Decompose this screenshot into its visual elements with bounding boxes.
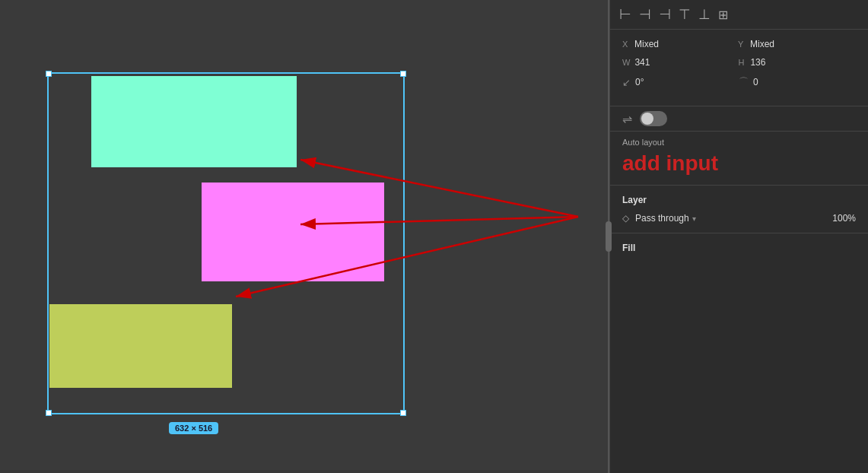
align-center-h-icon[interactable]: ⊣	[639, 6, 651, 23]
angle-radius-row: ↙ 0° ⌒ 0	[622, 75, 856, 89]
toggle-switch[interactable]	[640, 111, 667, 126]
rect-yellow[interactable]	[49, 304, 232, 388]
x-label: X	[622, 40, 630, 49]
panel-divider	[608, 0, 609, 473]
w-field: W 341	[622, 57, 680, 68]
handle-bl[interactable]	[46, 410, 52, 416]
radius-value: 0	[753, 77, 799, 87]
wh-row: W 341 H 136	[622, 57, 856, 68]
y-value: Mixed	[750, 39, 796, 49]
align-center-v-icon[interactable]: ⊥	[698, 6, 711, 23]
h-field: H 136	[738, 57, 796, 68]
blend-mode-selector[interactable]: Pass through ▾	[635, 213, 826, 224]
w-value: 341	[634, 57, 680, 68]
fill-title: Fill	[622, 243, 856, 253]
y-label: Y	[738, 40, 746, 49]
layer-section: Layer ◇ Pass through ▾ 100%	[610, 186, 868, 233]
blend-mode-label: Pass through	[635, 213, 689, 224]
toggle-icon: ⇌	[622, 112, 632, 126]
angle-value: 0°	[635, 77, 681, 87]
toggle-row: ⇌	[610, 106, 868, 132]
layer-row: ◇ Pass through ▾ 100%	[622, 213, 856, 224]
radius-icon: ⌒	[739, 75, 749, 89]
properties-section: X Mixed Y Mixed W 341 H 136 ↙	[610, 30, 868, 106]
rect-magenta[interactable]	[202, 183, 384, 281]
auto-layout-section: Auto layout add input	[610, 132, 868, 186]
x-value: Mixed	[634, 39, 680, 49]
y-field: Y Mixed	[738, 39, 796, 49]
xy-row: X Mixed Y Mixed	[622, 39, 856, 49]
radius-field: ⌒ 0	[739, 75, 799, 89]
handle-br[interactable]	[400, 410, 406, 416]
blend-mode-chevron: ▾	[692, 214, 696, 223]
fill-section: Fill	[610, 233, 868, 262]
opacity-value[interactable]: 100%	[832, 213, 856, 224]
add-input-label: add input	[622, 151, 856, 176]
h-label: H	[738, 58, 746, 67]
handle-tl[interactable]	[46, 71, 52, 77]
blend-icon: ◇	[622, 213, 629, 224]
h-value: 136	[750, 57, 796, 68]
layer-title: Layer	[622, 195, 856, 205]
align-right-icon[interactable]: ⊢	[659, 6, 671, 23]
canvas[interactable]: 632 × 516	[0, 0, 608, 473]
right-panel: ⊢ ⊣ ⊢ ⊤ ⊥ ⊞ X Mixed Y Mixed W 341	[609, 0, 868, 473]
align-left-icon[interactable]: ⊢	[619, 6, 631, 23]
resize-handle[interactable]	[606, 221, 612, 252]
dimension-label: 632 × 516	[169, 422, 218, 434]
x-field: X Mixed	[622, 39, 680, 49]
auto-layout-title: Auto layout	[622, 138, 856, 147]
w-label: W	[622, 58, 630, 67]
align-top-icon[interactable]: ⊤	[679, 6, 691, 23]
alignment-toolbar: ⊢ ⊣ ⊢ ⊤ ⊥ ⊞	[610, 0, 868, 30]
distribute-icon[interactable]: ⊞	[718, 8, 728, 22]
handle-tr[interactable]	[400, 71, 406, 77]
angle-field: ↙ 0°	[622, 77, 681, 88]
rect-cyan[interactable]	[91, 76, 297, 167]
angle-icon: ↙	[622, 77, 631, 88]
